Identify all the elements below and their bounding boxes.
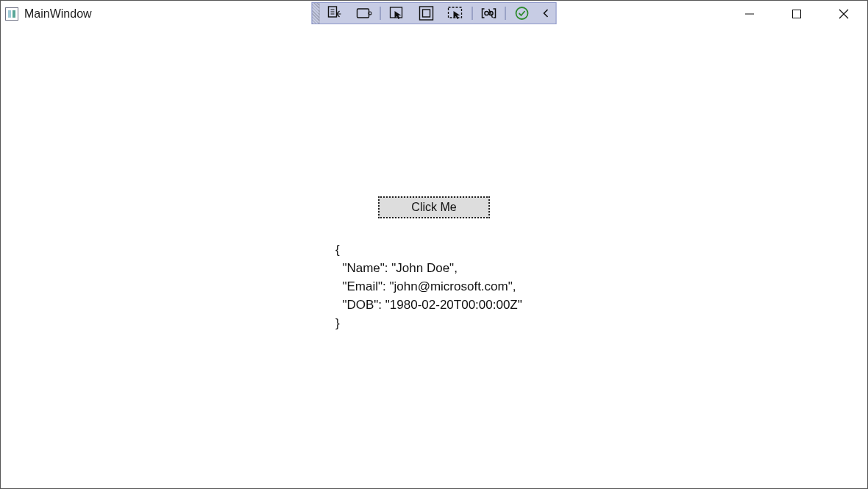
json-output-text: { "Name": "John Doe", "Email": "john@mic… <box>335 240 522 332</box>
svg-rect-1 <box>793 10 801 18</box>
chevron-left-icon <box>542 8 551 18</box>
svg-point-14 <box>485 11 488 15</box>
layout-adorners-icon <box>419 5 435 21</box>
maximize-button[interactable] <box>773 1 820 27</box>
svg-rect-11 <box>420 7 433 20</box>
close-button[interactable] <box>820 1 867 27</box>
click-me-button[interactable]: Click Me <box>378 196 490 218</box>
visual-tree-icon <box>327 5 343 21</box>
xaml-binding-icon <box>480 5 498 21</box>
svg-rect-12 <box>423 10 430 17</box>
close-icon <box>839 9 849 19</box>
toolbar-separator <box>380 7 381 20</box>
svg-point-16 <box>516 7 528 19</box>
app-icon <box>5 7 18 21</box>
hot-reload-icon <box>356 5 372 21</box>
accessibility-check-button[interactable] <box>508 3 537 24</box>
minimize-icon <box>744 9 755 19</box>
main-window: MainWindow <box>0 0 868 489</box>
visual-tree-button[interactable] <box>320 3 349 24</box>
maximize-icon <box>791 9 802 19</box>
track-focus-icon <box>447 5 465 21</box>
toolbar-collapse-button[interactable] <box>537 3 556 24</box>
toolbar-separator <box>505 7 506 20</box>
window-title: MainWindow <box>24 7 92 21</box>
select-element-button[interactable] <box>383 3 412 24</box>
xaml-binding-button[interactable] <box>474 3 504 24</box>
accessibility-check-icon <box>515 6 530 21</box>
layout-adorners-button[interactable] <box>412 3 441 24</box>
minimize-button[interactable] <box>726 1 773 27</box>
track-focus-button[interactable] <box>441 3 471 24</box>
svg-rect-8 <box>357 9 369 18</box>
select-element-icon <box>389 5 405 21</box>
toolbar-separator <box>472 7 473 20</box>
debug-toolbar[interactable] <box>312 2 557 24</box>
window-controls <box>726 1 867 27</box>
toolbar-grip[interactable] <box>313 3 320 24</box>
hot-reload-button[interactable] <box>349 3 379 24</box>
client-area: Click Me { "Name": "John Doe", "Email": … <box>1 27 867 488</box>
